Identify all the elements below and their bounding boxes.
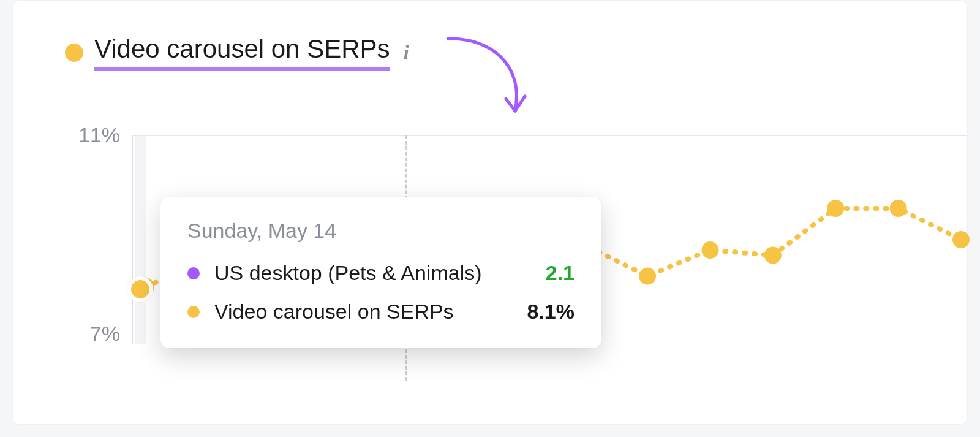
- tooltip-series-value: 8.1%: [527, 300, 575, 324]
- tooltip-series-label: US desktop (Pets & Animals): [214, 261, 527, 285]
- legend-dot-icon: [65, 44, 83, 62]
- data-point-current: [127, 276, 153, 302]
- chart-title[interactable]: Video carousel on SERPs: [94, 34, 390, 71]
- y-tick-bottom: 7%: [65, 322, 120, 346]
- svg-point-9: [701, 241, 718, 259]
- annotation-arrow-icon: [442, 31, 552, 129]
- tooltip-series-label: Video carousel on SERPs: [214, 300, 509, 324]
- svg-point-12: [890, 200, 907, 217]
- chart-tooltip: Sunday, May 14 US desktop (Pets & Animal…: [160, 197, 601, 348]
- svg-point-13: [952, 231, 970, 248]
- chart-area: 11% 7% Sunday, May 14 US desktop (Pets &…: [65, 123, 967, 412]
- tooltip-row: US desktop (Pets & Animals) 2.1: [187, 261, 575, 285]
- svg-point-10: [764, 247, 782, 264]
- tooltip-date: Sunday, May 14: [187, 219, 575, 243]
- y-tick-top: 11%: [65, 123, 120, 147]
- tooltip-series-value: 2.1: [546, 261, 575, 285]
- svg-point-8: [639, 268, 656, 285]
- series-dot-icon: [187, 267, 200, 279]
- tooltip-row: Video carousel on SERPs 8.1%: [187, 300, 575, 324]
- info-icon[interactable]: i: [404, 41, 409, 64]
- chart-legend: Video carousel on SERPs i: [65, 34, 409, 71]
- chart-card: Video carousel on SERPs i 11% 7% Sunday,…: [12, 0, 968, 425]
- svg-point-11: [827, 200, 844, 217]
- series-dot-icon: [187, 306, 200, 318]
